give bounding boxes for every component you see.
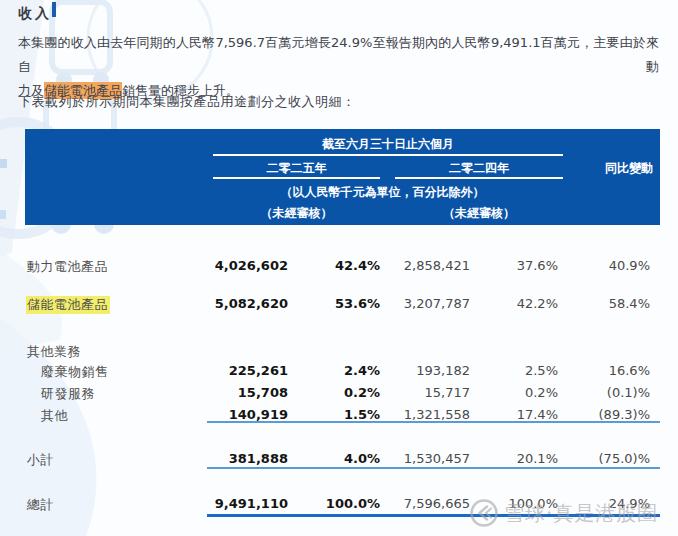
xueqiu-logo-icon [469,498,499,528]
table-header: 截至六月三十日止六個月 二零二五年 二零二四年 同比變動 （以人民幣千元為單位，… [25,129,660,225]
cell-2025-amount: 5,082,620 [215,296,288,311]
report-page: 收入 本集團的收入由去年同期的人民幣7,596.7百萬元增長24.9%至報告期內… [0,0,678,536]
cell-2024-amount: 1,321,558 [404,407,470,422]
row-label: 其他 [41,407,68,425]
header-unaudited-2025: （未經審核） [213,205,380,222]
header-unit-note: （以人民幣千元為單位，百分比除外） [150,184,615,201]
paragraph-line-1: 本集團的收入由去年同期的人民幣7,596.7百萬元增長24.9%至報告期內的人民… [18,31,659,79]
cell-2025-amount: 15,708 [238,385,288,400]
row-label: 廢棄物銷售 [41,363,109,381]
cell-2025-pct: 42.4% [335,258,380,273]
cell-2025-pct: 4.0% [344,451,380,466]
cell-2024-amount: 7,596,665 [404,496,470,511]
cell-2025-pct: 1.5% [344,407,380,422]
row-label: 其他業務 [27,343,81,361]
cell-2024-amount: 2,858,421 [404,258,470,273]
cell-2025-pct: 53.6% [335,296,380,311]
cell-yoy: (89.3)% [599,407,650,422]
cell-2025-amount: 9,491,110 [215,496,288,511]
rule-after-subtotal [207,467,660,469]
table-row-other-business-section: 其他業務 [0,343,678,359]
table-row-power-battery: 動力電池產品 4,026,602 42.4% 2,858,421 37.6% 4… [0,258,678,274]
cell-2025-amount: 140,919 [229,407,288,422]
cell-2024-amount: 1,530,457 [404,451,470,466]
cell-2024-pct: 0.2% [525,385,558,400]
cell-yoy: 16.6% [609,363,650,378]
cell-2024-pct: 42.2% [517,296,558,311]
cell-yoy: 58.4% [609,296,650,311]
row-label: 總計 [27,496,54,514]
table-row-waste-sales: 廢棄物銷售 225,261 2.4% 193,182 2.5% 16.6% [0,363,678,379]
row-label: 研發服務 [41,385,95,403]
cell-2024-pct: 2.5% [525,363,558,378]
cell-2024-pct: 20.1% [517,451,558,466]
table-row-subtotal: 小計 381,888 4.0% 1,530,457 20.1% (75.0)% [0,451,678,467]
row-label: 動力電池產品 [27,258,108,276]
cell-yoy: (0.1)% [607,385,650,400]
header-col-2025: 二零二五年 [213,160,380,177]
cell-2025-amount: 381,888 [229,451,288,466]
cell-2024-pct: 37.6% [517,258,558,273]
header-underline-period [213,154,563,156]
cell-2024-pct: 17.4% [517,407,558,422]
table-row-others: 其他 140,919 1.5% 1,321,558 17.4% (89.3)% [0,407,678,423]
row-label: 小計 [27,451,54,469]
header-col-yoy: 同比變動 [543,160,653,177]
cell-2025-pct: 100.0% [326,496,380,511]
table-row-rd-services: 研發服務 15,708 0.2% 15,717 0.2% (0.1)% [0,385,678,401]
table-row-energy-storage: 儲能電池產品 5,082,620 53.6% 3,207,787 42.2% 5… [0,296,678,312]
xueqiu-watermark: 雪球·真是港股圈 [469,498,658,528]
cell-2025-pct: 0.2% [344,385,380,400]
header-underline-2024 [395,177,563,179]
cell-2025-amount: 4,026,602 [215,258,288,273]
cell-2024-amount: 193,182 [416,363,470,378]
cell-yoy: (75.0)% [599,451,650,466]
header-col-2024: 二零二四年 [395,160,563,177]
header-unaudited-2024: （未經審核） [395,205,563,222]
header-underline-2025 [213,177,380,179]
cell-2024-amount: 15,717 [425,385,471,400]
row-label: 儲能電池產品 [27,296,110,314]
highlighted-row-label: 儲能電池產品 [26,296,110,314]
table-intro-text: 下表載列於所示期間本集團按產品用途劃分之收入明細： [18,93,356,111]
watermark-text: 雪球·真是港股圈 [504,500,658,527]
cell-2025-pct: 2.4% [344,363,380,378]
cell-yoy: 40.9% [609,258,650,273]
text-cursor [52,2,56,17]
header-period: 截至六月三十日止六個月 [213,136,563,153]
cell-2025-amount: 225,261 [229,363,288,378]
cell-2024-amount: 3,207,787 [404,296,470,311]
page-title: 收入 [18,5,52,23]
